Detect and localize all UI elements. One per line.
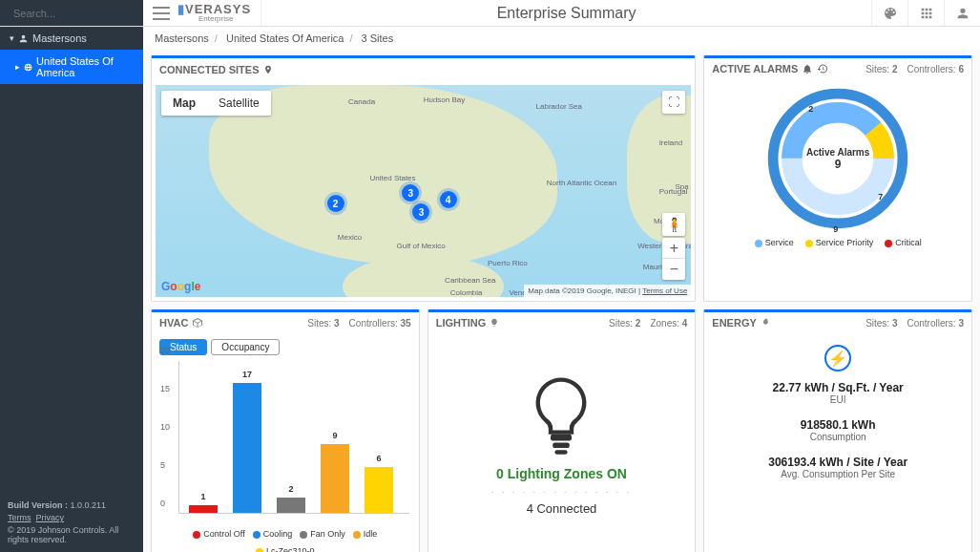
palette-button[interactable]	[871, 0, 907, 26]
legend-sp: Service Priority	[816, 238, 874, 247]
panel-active-alarms: ACTIVE ALARMS Sites: 2 Controllers: 6	[703, 55, 972, 302]
map-label: Gulf of Mexico	[397, 242, 446, 250]
energy-avg-label: Avg. Consumption Per Site	[768, 469, 907, 479]
sidebar: ▾ Mastersons ▸ United States Of America …	[0, 27, 143, 552]
bar: 2	[277, 498, 305, 513]
svg-rect-0	[153, 7, 170, 9]
hvac-bar-chart: 05101520117296	[178, 361, 409, 514]
bar: 1	[189, 505, 218, 513]
sidebar-footer: Build Version : 1.0.0.211 Terms Privacy …	[0, 493, 143, 552]
bulb-illustration	[527, 373, 595, 460]
controllers-value: 3	[958, 318, 964, 329]
sidebar-item-mastersons[interactable]: ▾ Mastersons	[0, 27, 143, 50]
toolbar	[871, 0, 980, 26]
tab-occupancy[interactable]: Occupancy	[211, 339, 280, 355]
user-icon	[18, 33, 29, 44]
map-label: Canada	[348, 97, 375, 106]
crumb-1[interactable]: Mastersons	[155, 32, 209, 44]
lighting-zones-on: 0 Lighting Zones ON	[496, 466, 627, 481]
streetview-pegman[interactable]: 🧍	[662, 213, 685, 236]
zoom-control: + −	[662, 238, 685, 280]
map-label: Ireland	[659, 138, 682, 147]
fullscreen-button[interactable]: ⛶	[662, 91, 685, 114]
legend-item: Fan Only	[300, 529, 345, 539]
sites-value: 3	[334, 318, 340, 329]
map-tab-map[interactable]: Map	[161, 91, 207, 116]
hvac-legend: Control OffCoolingFan OnlyIdleLc-Zec310-…	[156, 529, 415, 552]
energy-eui-value: 22.77 kWh / Sq.Ft. / Year	[773, 381, 904, 394]
alarms-donut: Active Alarms 9 2 7 9	[766, 87, 909, 230]
legend-critical: Critical	[895, 238, 922, 247]
map-marker[interactable]: 2	[327, 195, 344, 212]
map-label: United States	[370, 174, 416, 182]
divider: - - - - - - - - - - - - - -	[491, 487, 632, 496]
chevron-down-icon: ▾	[10, 33, 14, 43]
chevron-right-icon: ▸	[15, 62, 20, 72]
svg-rect-2	[153, 18, 170, 20]
map-tab-satellite[interactable]: Satellite	[207, 91, 271, 116]
map-label: Colombia	[450, 288, 483, 297]
energy-eui-label: EUI	[773, 394, 904, 405]
build-label: Build Version :	[8, 500, 68, 510]
history-icon[interactable]	[817, 63, 828, 74]
apps-button[interactable]	[907, 0, 944, 26]
lighting-connected: 4 Connected	[527, 501, 597, 516]
svg-rect-7	[551, 434, 572, 440]
bar: 9	[321, 444, 349, 513]
user-button[interactable]	[944, 0, 980, 26]
seg-svc-label: 7	[878, 192, 883, 202]
sites-label: Sites:	[865, 64, 889, 74]
controllers-label: Controllers:	[907, 64, 956, 74]
svg-rect-1	[153, 12, 170, 14]
search-box[interactable]	[0, 0, 143, 26]
controllers-label: Controllers:	[349, 318, 398, 329]
bar: 17	[233, 383, 261, 513]
search-input[interactable]	[13, 8, 145, 19]
energy-avg-value: 306193.4 kWh / Site / Year	[768, 456, 907, 469]
copyright: © 2019 Johnson Controls. All rights rese…	[8, 525, 136, 544]
main: Mastersons/ United States Of America/ 3 …	[143, 27, 980, 552]
donut-center-label: Active Alarms	[806, 147, 869, 158]
crumb-3: 3 Sites	[362, 32, 394, 44]
map-marker[interactable]: 4	[440, 191, 457, 208]
privacy-link[interactable]: Privacy	[36, 513, 65, 522]
sites-value: 2	[892, 64, 898, 74]
flame-icon	[761, 317, 770, 329]
map-label: Caribbean Sea	[445, 276, 495, 285]
panel-title: HVAC	[159, 317, 188, 329]
sidebar-item-usa[interactable]: ▸ United States Of America	[0, 50, 143, 84]
hamburger-icon[interactable]	[153, 7, 170, 20]
crumb-2[interactable]: United States Of America	[226, 32, 344, 44]
build-version: 1.0.0.211	[71, 500, 107, 510]
brand-sub: Enterprise	[198, 15, 251, 23]
energy-consumption-value: 918580.1 kWh	[801, 418, 876, 432]
legend-item: Control Off	[193, 529, 244, 539]
energy-consumption-label: Consumption	[801, 432, 876, 442]
map-label: Labrador Sea	[536, 102, 582, 111]
seg-sp-label: 2	[808, 104, 813, 114]
page-title: Enterprise Summary	[261, 0, 871, 26]
zoom-out-button[interactable]: −	[662, 259, 685, 280]
sites-value: 3	[892, 318, 898, 329]
map-label: North Atlantic Ocean	[547, 179, 616, 187]
controllers-label: Controllers:	[907, 318, 956, 329]
terms-link[interactable]: Terms of Use	[642, 287, 687, 295]
pin-icon	[263, 63, 273, 76]
bolt-icon: ⚡	[824, 345, 851, 372]
terms-link[interactable]: Terms	[8, 513, 31, 522]
bell-icon	[802, 63, 813, 74]
zoom-in-button[interactable]: +	[662, 238, 685, 259]
map-label: Puerto Rico	[488, 259, 528, 267]
controllers-value: 6	[958, 64, 964, 74]
controllers-value: 35	[401, 318, 411, 329]
panel-title: ACTIVE ALARMS	[712, 63, 798, 74]
svg-rect-9	[555, 450, 568, 454]
panel-energy: ENERGY Sites: 3 Controllers: 3 ⚡ 22.77 k…	[703, 309, 972, 552]
map[interactable]: Canada United States Mexico Hudson Bay L…	[156, 85, 691, 297]
legend-item: Lc-Zec310-0	[256, 546, 315, 552]
map-label: Mexico	[338, 233, 362, 242]
map-label: Spa	[675, 182, 688, 191]
sites-value: 2	[636, 318, 641, 329]
globe-icon	[24, 62, 32, 73]
alarms-legend: Service Service Priority Critical	[755, 238, 922, 247]
